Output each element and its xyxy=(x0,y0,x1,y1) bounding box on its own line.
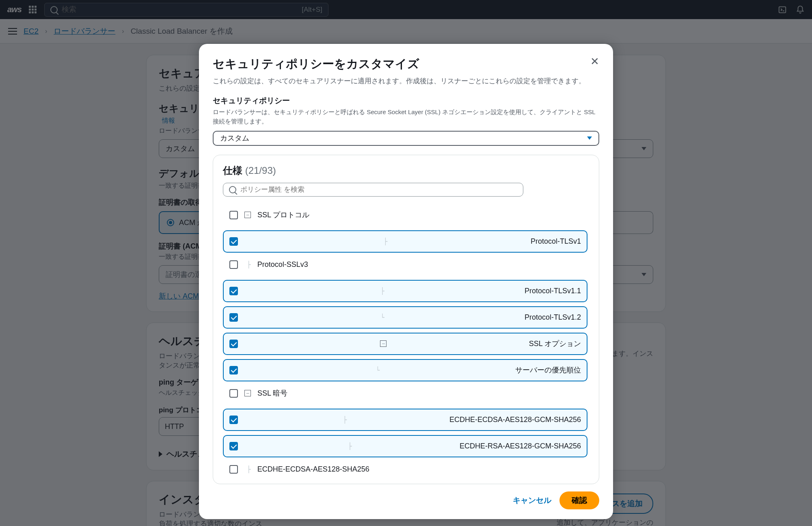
spec-title: 仕様 (21/93) xyxy=(223,164,589,177)
spec-search[interactable] xyxy=(223,183,523,197)
customize-policy-modal: セキュリティポリシーをカスタマイズ ✕ これらの設定は、すべてのセキュアリスナー… xyxy=(199,44,613,519)
checkbox[interactable] xyxy=(229,313,238,322)
spec-row[interactable]: └サーバーの優先順位 xyxy=(223,359,587,381)
modal-title: セキュリティポリシーをカスタマイズ xyxy=(213,56,419,72)
spec-row[interactable]: −SSL オプション xyxy=(223,333,587,355)
tree-indent: ├ xyxy=(244,261,251,268)
checkbox[interactable] xyxy=(229,389,238,398)
tree-indent: ├ xyxy=(244,465,251,473)
spec-row[interactable]: └Protocol-TLSv1.2 xyxy=(223,306,587,329)
tree-branch-icon: └ xyxy=(380,314,384,321)
tree-indent: − xyxy=(244,212,251,218)
caret-down-icon xyxy=(587,136,592,140)
tree-indent: └ xyxy=(374,366,380,374)
spec-row[interactable]: ├ECDHE-ECDSA-AES128-SHA256 xyxy=(223,458,587,475)
checkbox[interactable] xyxy=(229,260,238,269)
spec-row[interactable]: ├Protocol-TLSv1.1 xyxy=(223,280,587,302)
tree-branch-icon: ├ xyxy=(247,465,251,473)
tree-indent: ├ xyxy=(346,442,352,450)
tree-indent: − xyxy=(380,340,387,347)
spec-row-label: Protocol-TLSv1.2 xyxy=(525,313,581,322)
checkbox[interactable] xyxy=(229,340,238,348)
tree-branch-icon: ├ xyxy=(247,261,251,268)
tree-indent: ├ xyxy=(381,238,388,245)
policy-select[interactable]: カスタム xyxy=(213,131,599,146)
tree-branch-icon: ├ xyxy=(384,238,388,245)
collapse-icon[interactable]: − xyxy=(244,390,251,396)
spec-row-label: SSL オプション xyxy=(529,339,581,349)
spec-row[interactable]: ├Protocol-SSLv3 xyxy=(223,253,587,276)
section-desc: ロードバランサーは、セキュリティポリシーと呼ばれる Secure Socket … xyxy=(213,108,599,126)
spec-row-label: SSL 暗号 xyxy=(257,388,287,398)
confirm-button[interactable]: 確認 xyxy=(559,491,599,509)
tree-indent: − xyxy=(244,390,251,396)
spec-search-input[interactable] xyxy=(240,186,517,194)
checkbox[interactable] xyxy=(229,237,238,246)
spec-row-label: Protocol-TLSv1.1 xyxy=(525,287,581,295)
collapse-icon[interactable]: − xyxy=(244,212,251,218)
checkbox[interactable] xyxy=(229,416,238,424)
spec-row-label: Protocol-SSLv3 xyxy=(257,260,308,269)
close-icon[interactable]: ✕ xyxy=(590,56,599,67)
tree-indent: └ xyxy=(378,314,384,321)
spec-row-label: SSL プロトコル xyxy=(257,210,309,220)
tree-branch-icon: └ xyxy=(376,366,380,374)
checkbox[interactable] xyxy=(229,366,238,374)
section-title: セキュリティポリシー xyxy=(213,95,599,106)
spec-row[interactable]: −SSL プロトコル xyxy=(223,204,587,226)
checkbox[interactable] xyxy=(229,211,238,219)
checkbox[interactable] xyxy=(229,465,238,474)
spec-panel: 仕様 (21/93) −SSL プロトコル├Protocol-TLSv1├Pro… xyxy=(213,155,599,484)
spec-row[interactable]: ├ECDHE-ECDSA-AES128-GCM-SHA256 xyxy=(223,409,587,431)
tree-indent: ├ xyxy=(341,416,347,424)
spec-row-label: サーバーの優先順位 xyxy=(515,365,581,375)
spec-row-label: ECDHE-ECDSA-AES128-GCM-SHA256 xyxy=(449,416,581,424)
spec-row-label: ECDHE-ECDSA-AES128-SHA256 xyxy=(257,465,369,474)
spec-list: −SSL プロトコル├Protocol-TLSv1├Protocol-SSLv3… xyxy=(223,204,589,475)
cancel-button[interactable]: キャンセル xyxy=(513,495,551,506)
tree-branch-icon: ├ xyxy=(348,442,352,450)
collapse-icon[interactable]: − xyxy=(380,340,387,347)
spec-row-label: ECDHE-RSA-AES128-GCM-SHA256 xyxy=(460,442,581,450)
spec-row[interactable]: −SSL 暗号 xyxy=(223,382,587,405)
modal-subtitle: これらの設定は、すべてのセキュアリスナーに適用されます。作成後は、リスナーごとに… xyxy=(213,76,599,87)
spec-row-label: Protocol-TLSv1 xyxy=(531,237,581,246)
tree-indent: ├ xyxy=(378,287,384,295)
checkbox[interactable] xyxy=(229,442,238,450)
tree-branch-icon: ├ xyxy=(380,287,384,295)
spec-row[interactable]: ├Protocol-TLSv1 xyxy=(223,230,587,253)
spec-row[interactable]: ├ECDHE-RSA-AES128-GCM-SHA256 xyxy=(223,435,587,457)
tree-branch-icon: ├ xyxy=(343,416,347,424)
search-icon xyxy=(229,186,236,193)
checkbox[interactable] xyxy=(229,287,238,295)
